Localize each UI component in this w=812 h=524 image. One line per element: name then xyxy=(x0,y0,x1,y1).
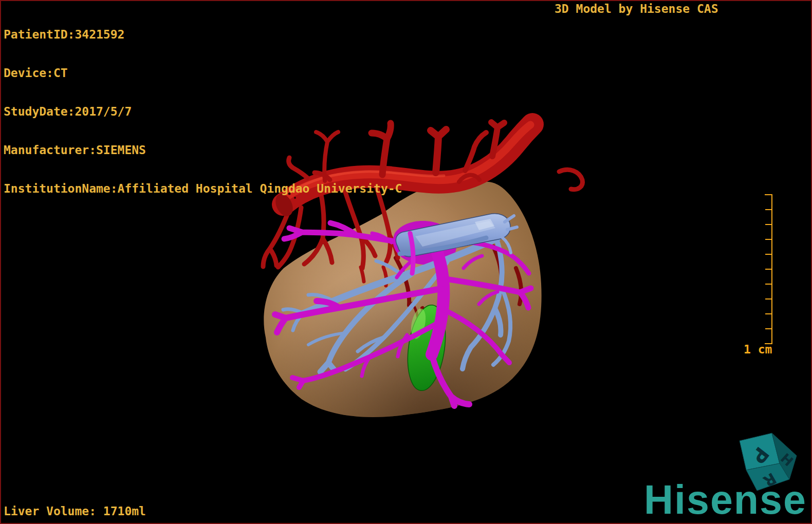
patient-info-overlay: PatientID:3421592 Device:CT StudyDate:20… xyxy=(4,3,402,221)
scale-bar xyxy=(765,195,772,344)
patient-id-line: PatientID:3421592 xyxy=(4,28,402,41)
hisense-logo: Hisense xyxy=(644,479,807,520)
scale-bar-unit-label: 1 cm xyxy=(744,343,772,356)
device-line: Device:CT xyxy=(4,67,402,80)
institution-name-line: InstitutionName:Affiliated Hospital Qing… xyxy=(4,182,402,195)
study-date-line: StudyDate:2017/5/7 xyxy=(4,105,402,118)
watermark-title: 3D Model by Hisense CAS xyxy=(555,3,718,15)
3d-viewer-window: P H R PatientID:3421592 Device:CT StudyD… xyxy=(0,0,812,524)
manufacturer-line: Manufacturer:SIEMENS xyxy=(4,144,402,157)
liver-volume-label: Liver Volume: 1710ml xyxy=(4,505,146,518)
